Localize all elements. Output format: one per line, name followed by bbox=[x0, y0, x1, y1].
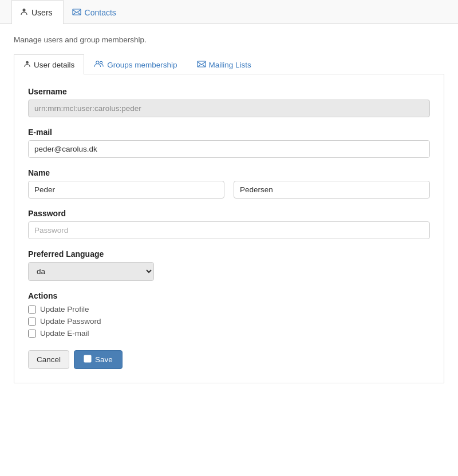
inner-tabs-bar: User details Groups membership bbox=[14, 54, 444, 74]
update-password-label: Update Password bbox=[40, 317, 101, 326]
actions-group: Actions Update Profile Update Password U… bbox=[28, 291, 430, 338]
svg-rect-8 bbox=[85, 355, 89, 358]
actions-label: Actions bbox=[28, 291, 430, 300]
name-row bbox=[28, 181, 430, 199]
password-input[interactable] bbox=[28, 221, 430, 239]
tab-user-details[interactable]: User details bbox=[14, 54, 84, 74]
main-content: Manage users and group membership. User … bbox=[0, 24, 458, 395]
user-icon bbox=[20, 7, 28, 17]
username-label: Username bbox=[28, 87, 430, 96]
first-name-input[interactable] bbox=[28, 181, 224, 199]
envelope-icon bbox=[72, 8, 81, 17]
tab-groups-membership-label: Groups membership bbox=[107, 61, 177, 69]
update-profile-checkbox[interactable] bbox=[28, 306, 36, 314]
cancel-button[interactable]: Cancel bbox=[28, 350, 69, 369]
svg-rect-9 bbox=[85, 359, 90, 362]
username-input[interactable] bbox=[28, 100, 430, 117]
tab-user-details-label: User details bbox=[34, 61, 74, 69]
form-panel: Username E-mail Name Password bbox=[14, 74, 444, 383]
save-button-label: Save bbox=[95, 355, 113, 364]
email-input[interactable] bbox=[28, 140, 430, 158]
preferred-language-group: Preferred Language da en de fr bbox=[28, 249, 430, 281]
update-profile-label: Update Profile bbox=[40, 305, 89, 314]
tab-users-label: Users bbox=[31, 8, 53, 17]
email-group: E-mail bbox=[28, 128, 430, 158]
password-group: Password bbox=[28, 209, 430, 239]
checkbox-update-profile: Update Profile bbox=[28, 305, 430, 314]
save-button[interactable]: Save bbox=[74, 350, 123, 369]
tab-groups-membership[interactable]: Groups membership bbox=[84, 54, 187, 74]
checkbox-update-password: Update Password bbox=[28, 317, 430, 326]
email-label: E-mail bbox=[28, 128, 430, 137]
svg-point-2 bbox=[26, 61, 29, 64]
tab-users[interactable]: Users bbox=[11, 0, 64, 24]
button-row: Cancel Save bbox=[28, 350, 430, 369]
update-email-label: Update E-mail bbox=[40, 329, 89, 338]
last-name-input[interactable] bbox=[234, 181, 430, 199]
top-tabs-bar: Users Contacts bbox=[0, 0, 458, 24]
tab-mailing-lists-label: Mailing Lists bbox=[209, 61, 251, 69]
svg-point-0 bbox=[23, 9, 26, 11]
save-icon bbox=[84, 355, 92, 364]
group-icon bbox=[94, 60, 104, 69]
name-label: Name bbox=[28, 168, 430, 177]
mailing-lists-icon bbox=[197, 61, 206, 69]
preferred-language-label: Preferred Language bbox=[28, 249, 430, 259]
name-group: Name bbox=[28, 168, 430, 199]
svg-point-4 bbox=[100, 61, 102, 64]
user-details-icon bbox=[23, 60, 31, 69]
preferred-language-select[interactable]: da en de fr bbox=[28, 262, 154, 281]
checkbox-update-email: Update E-mail bbox=[28, 329, 430, 338]
tab-mailing-lists[interactable]: Mailing Lists bbox=[187, 54, 261, 74]
password-label: Password bbox=[28, 209, 430, 218]
update-password-checkbox[interactable] bbox=[28, 318, 36, 326]
page-description: Manage users and group membership. bbox=[14, 35, 444, 44]
tab-contacts-label: Contacts bbox=[85, 8, 116, 17]
tab-contacts[interactable]: Contacts bbox=[64, 0, 127, 24]
username-group: Username bbox=[28, 87, 430, 117]
update-email-checkbox[interactable] bbox=[28, 330, 36, 338]
